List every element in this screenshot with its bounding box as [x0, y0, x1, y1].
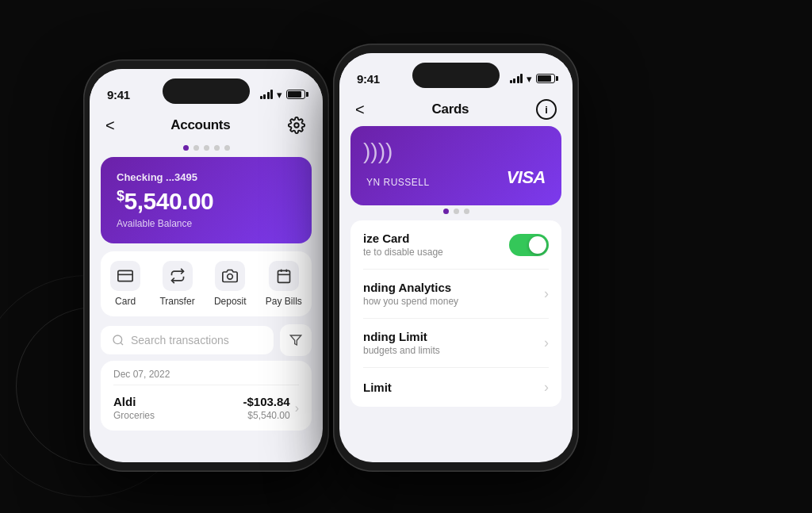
spending-analytics-title: nding Analytics	[363, 281, 458, 294]
cardholder-name: YN RUSSELL	[366, 177, 430, 188]
tx-category: Groceries	[113, 410, 155, 421]
battery-icon-1	[286, 90, 305, 99]
info-button[interactable]: i	[536, 99, 557, 120]
checking-card: Checking ...3495 $5,540.00 Available Bal…	[101, 157, 312, 243]
freeze-card-text: ize Card te to disable usage	[363, 232, 443, 258]
search-section: Search transactions	[101, 324, 312, 356]
transfer-icon	[163, 261, 193, 291]
svg-point-8	[113, 335, 122, 344]
cards-dot-1	[443, 209, 449, 214]
status-icons-1: ▾	[260, 89, 306, 101]
freeze-card-subtitle: te to disable usage	[363, 247, 443, 258]
spending-analytics-option[interactable]: nding Analytics how you spend money ›	[350, 270, 561, 318]
visa-logo: VISA	[507, 167, 546, 188]
dot-1	[183, 145, 189, 151]
pay-bills-action-label: Pay Bills	[266, 296, 302, 307]
dynamic-island-2	[412, 63, 500, 88]
limit2-chevron-wrap: ›	[544, 379, 549, 396]
transfer-action-label: Transfer	[159, 296, 194, 307]
back-button-1[interactable]: <	[105, 117, 115, 135]
cards-options-list: ize Card te to disable usage nding Analy…	[350, 220, 561, 407]
battery-icon-2	[536, 74, 555, 83]
cards-dot-3	[464, 209, 469, 214]
search-placeholder: Search transactions	[131, 334, 229, 346]
filter-icon	[289, 334, 302, 346]
spending-limit-subtitle: budgets and limits	[363, 345, 440, 356]
wifi-icon-1: ▾	[277, 89, 282, 101]
card-bottom: YN RUSSELL VISA	[366, 167, 546, 188]
analytics-chevron-icon: ›	[544, 285, 549, 302]
deposit-icon	[215, 261, 245, 291]
filter-button[interactable]	[280, 324, 312, 356]
wifi-icon-2: ▾	[527, 73, 532, 85]
freeze-toggle-wrap	[509, 234, 549, 256]
svg-rect-4	[278, 270, 289, 282]
status-icons-2: ▾	[510, 73, 556, 85]
dot-4	[214, 145, 220, 151]
tx-date-header: Dec 07, 2022	[101, 361, 312, 385]
contactless-icon: ))))	[363, 139, 393, 164]
tx-running-balance: $5,540.00	[247, 410, 289, 421]
limit-chevron-icon: ›	[544, 335, 549, 351]
spending-analytics-subtitle: how you spend money	[363, 296, 458, 307]
dot-2	[193, 145, 199, 151]
visa-card: )))) YN RUSSELL VISA	[350, 126, 561, 205]
signal-icon-1	[260, 90, 274, 99]
dynamic-island-1	[163, 78, 250, 104]
freeze-card-option[interactable]: ize Card te to disable usage	[350, 220, 561, 269]
search-bar[interactable]: Search transactions	[101, 326, 274, 354]
table-row[interactable]: Aldi Groceries -$103.84 $5,540.00 ›	[101, 385, 312, 431]
card-action-label: Card	[115, 296, 136, 307]
action-pay-bills[interactable]: Pay Bills	[266, 261, 302, 307]
dot-3	[204, 145, 209, 151]
tx-details: Aldi Groceries	[113, 395, 155, 421]
action-card[interactable]: Card	[110, 261, 140, 307]
limit-option[interactable]: Limit ›	[350, 368, 561, 407]
svg-line-9	[121, 343, 123, 345]
cards-dot-2	[454, 209, 459, 214]
spending-limit-title: nding Limit	[363, 330, 440, 343]
tx-amounts: -$103.84 $5,540.00	[243, 395, 289, 421]
svg-rect-1	[118, 270, 132, 281]
limit-title: Limit	[363, 381, 392, 394]
dot-5	[224, 145, 230, 151]
svg-point-0	[294, 123, 299, 128]
action-transfer[interactable]: Transfer	[159, 261, 194, 307]
back-button-2[interactable]: <	[355, 101, 365, 119]
nav-bar-cards: < Cards i	[339, 93, 573, 126]
phone-cards: 9:41 ▾ < Cards i )))) YN RUSSELL	[333, 44, 579, 472]
analytics-chevron-wrap: ›	[544, 285, 549, 302]
tx-amount: -$103.84	[243, 395, 289, 408]
signal-icon-2	[510, 74, 523, 83]
checking-balance: $5,540.00	[117, 188, 296, 215]
phone-accounts: 9:41 ▾ < Accounts	[83, 59, 329, 472]
svg-point-3	[228, 274, 233, 280]
quick-actions-bar: Card Transfer Deposit Pay Bills	[101, 251, 312, 316]
currency-symbol: $	[117, 188, 124, 204]
svg-marker-10	[290, 335, 301, 345]
settings-icon-1[interactable]	[286, 115, 307, 136]
spending-limit-option[interactable]: nding Limit budgets and limits ›	[350, 319, 561, 367]
freeze-card-title: ize Card	[363, 232, 443, 245]
card-icon	[110, 261, 140, 291]
deposit-action-label: Deposit	[214, 296, 247, 307]
nav-bar-accounts: < Accounts	[90, 109, 323, 142]
tx-right-side: -$103.84 $5,540.00 ›	[243, 395, 299, 421]
page-title-accounts: Accounts	[170, 117, 230, 133]
status-time-2: 9:41	[357, 72, 380, 86]
spending-limit-text: nding Limit budgets and limits	[363, 330, 440, 356]
status-time-1: 9:41	[107, 88, 130, 101]
phone-accounts-screen: 9:41 ▾ < Accounts	[90, 69, 323, 462]
available-balance-label: Available Balance	[117, 218, 296, 229]
limit2-chevron-icon: ›	[544, 379, 549, 396]
tx-chevron-icon: ›	[295, 401, 299, 415]
card-dots-2	[339, 205, 573, 220]
toggle-knob	[529, 236, 546, 254]
action-deposit[interactable]: Deposit	[214, 261, 247, 307]
checking-label: Checking ...3495	[117, 171, 296, 183]
freeze-toggle[interactable]	[509, 234, 549, 256]
search-icon	[112, 334, 124, 346]
limit-text: Limit	[363, 381, 392, 394]
limit-chevron-wrap: ›	[544, 335, 549, 351]
card-dots-1	[90, 142, 323, 157]
